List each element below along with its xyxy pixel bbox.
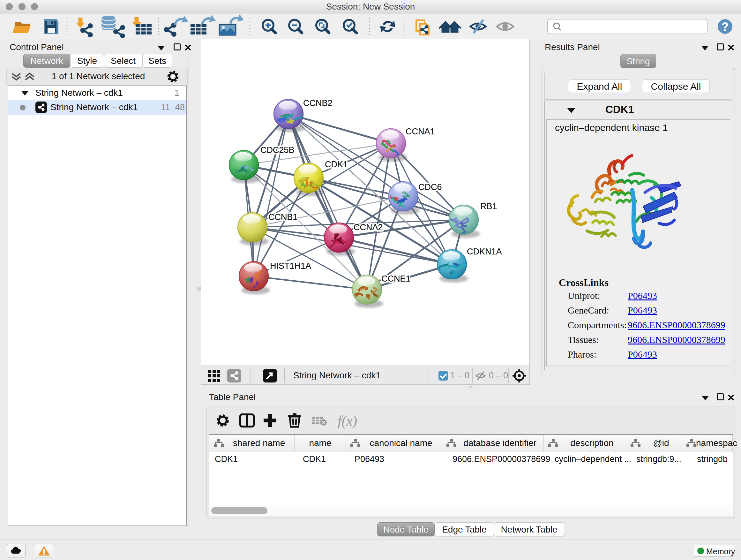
svg-text:CCNA1: CCNA1 xyxy=(406,127,435,136)
svg-text:CCNE1: CCNE1 xyxy=(381,274,411,284)
svg-text:CDK1: CDK1 xyxy=(325,160,348,169)
svg-text:0 – 0: 0 – 0 xyxy=(489,371,508,380)
svg-text:f(x): f(x) xyxy=(338,413,357,429)
svg-text:?: ? xyxy=(722,20,729,33)
svg-text:CDC6: CDC6 xyxy=(418,182,442,192)
svg-text:CDC25B: CDC25B xyxy=(260,145,294,155)
svg-text:CCNB1: CCNB1 xyxy=(268,212,298,222)
svg-text:HIST1H1A: HIST1H1A xyxy=(270,261,311,271)
svg-text:CCNB2: CCNB2 xyxy=(303,98,333,108)
svg-text:RB1: RB1 xyxy=(480,201,497,211)
svg-text:String Network – cdk1: String Network – cdk1 xyxy=(293,370,381,380)
svg-text:CCNA2: CCNA2 xyxy=(354,223,383,232)
svg-text:1 – 0: 1 – 0 xyxy=(450,371,469,380)
svg-text:CDKN1A: CDKN1A xyxy=(467,247,502,256)
